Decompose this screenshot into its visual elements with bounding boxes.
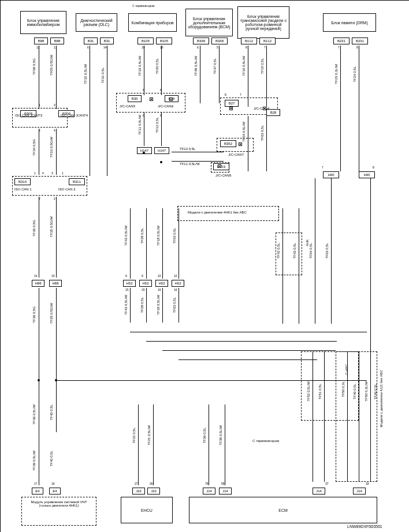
conn-j14-1: J14: [203, 488, 215, 494]
top-label: С терминатором: [132, 4, 154, 8]
conn-b30: B30: [128, 95, 142, 102]
conn-b27: B27: [225, 100, 239, 107]
conn-b105-1: B105: [137, 38, 154, 44]
conn-j14-3: J14: [313, 488, 325, 494]
conn-b112-1: B112: [241, 38, 257, 44]
conn-j22-2: J22: [147, 488, 160, 494]
conn-h88-1: H88: [32, 280, 44, 287]
block-ecm: ECM: [189, 497, 377, 523]
conn-h52-3: H52: [155, 280, 168, 287]
conn-b31-2: B31: [100, 38, 114, 44]
wiring-diagram: Блок управления иммобилайзером Диагности…: [0, 0, 409, 532]
conn-h52-2: H52: [139, 280, 152, 287]
conn-b31-1: B31: [84, 38, 98, 44]
conn-j14-2: J14: [219, 488, 232, 494]
conn-e4-2: E4: [49, 488, 61, 494]
conn-b310: B310: [14, 178, 31, 185]
conn-b88-1: B88: [34, 38, 48, 44]
block-cluster: Комбинация приборов: [128, 13, 177, 32]
conn-b353: B353: [213, 163, 229, 170]
conn-h90-1: H90: [323, 171, 339, 178]
conn-b105-2: B105: [156, 38, 172, 44]
block-bcm: Блок управления дополнительным оборудова…: [185, 9, 233, 36]
conn-h90-2: H90: [359, 171, 375, 178]
conn-h88-2: H88: [49, 280, 62, 287]
block-trans: Блок управления трансмиссией (модели с р…: [237, 6, 289, 39]
conn-b348-2: B348: [211, 38, 228, 44]
conn-j22-1: J22: [132, 488, 145, 494]
conn-b311: B311: [69, 178, 85, 185]
block-ehcu: EHCU: [121, 497, 173, 523]
conn-h52-4: H52: [172, 280, 184, 287]
conn-h52-1: H52: [123, 280, 136, 287]
conn-b112-2: B112: [259, 38, 276, 44]
block-drm: Блок памяти (DRM): [323, 13, 376, 32]
conn-b231-2: B231: [352, 38, 368, 44]
conn-h147-2: H147: [154, 147, 169, 154]
conn-b352: B352: [220, 140, 236, 147]
block-dlc: Диагностический разъем (DLC): [76, 13, 117, 32]
conn-j14-4: J14: [353, 488, 366, 494]
block-immobilizer: Блок управления иммобилайзером: [20, 11, 66, 34]
conn-e4-1: E4: [32, 488, 43, 494]
conn-b348-1: B348: [193, 38, 209, 44]
conn-b88-2: B88: [50, 38, 64, 44]
conn-b231-1: B231: [333, 38, 349, 44]
